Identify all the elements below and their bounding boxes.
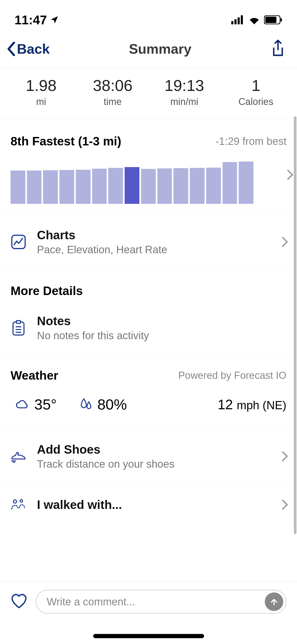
wind-speed: 12 xyxy=(218,397,233,412)
notes-title: Notes xyxy=(37,314,286,328)
more-details-title: More Details xyxy=(11,284,83,298)
back-button[interactable]: Back xyxy=(7,41,50,57)
chevron-right-icon xyxy=(283,169,293,180)
rank-bar xyxy=(76,170,91,204)
weather-wind: 12 mph (NE) xyxy=(218,397,286,412)
shoes-text: Add Shoes Track distance on your shoes xyxy=(37,442,268,470)
svg-rect-0 xyxy=(231,21,233,24)
humidity-value: 80% xyxy=(97,396,127,413)
comment-input[interactable]: Write a comment... xyxy=(36,590,286,614)
charts-text: Charts Pace, Elevation, Heart Rate xyxy=(37,228,268,256)
svg-rect-8 xyxy=(13,322,24,335)
stat-label: min/mi xyxy=(149,96,220,107)
shoe-icon xyxy=(11,448,26,464)
back-label: Back xyxy=(17,41,50,57)
svg-rect-9 xyxy=(16,320,21,323)
location-icon xyxy=(50,15,59,25)
rank-bar xyxy=(190,168,205,204)
rank-bar xyxy=(125,167,139,204)
charts-title: Charts xyxy=(37,228,268,242)
stat-value: 19:13 xyxy=(149,76,220,95)
chevron-right-icon xyxy=(277,237,288,247)
rank-bar xyxy=(11,171,25,204)
notes-icon xyxy=(11,320,26,336)
weather-header: Weather Powered by Forecast IO xyxy=(0,355,297,385)
stat-label: Calories xyxy=(220,96,292,107)
rank-bar xyxy=(59,170,74,204)
like-button[interactable] xyxy=(11,594,28,610)
weather-row: 35° 80% 12 mph (NE) xyxy=(0,385,297,429)
stat-value: 1 xyxy=(220,76,292,95)
rank-diff: -1:29 from best xyxy=(215,135,286,147)
walked-title: I walked with... xyxy=(37,498,268,512)
weather-title: Weather xyxy=(11,368,58,383)
wifi-icon xyxy=(248,15,260,24)
weather-temp: 35° xyxy=(16,396,57,413)
share-button[interactable] xyxy=(271,40,286,58)
stat-label: time xyxy=(77,96,148,107)
stat-calories: 1 Calories xyxy=(220,76,292,107)
rank-bar xyxy=(108,168,123,204)
svg-point-16 xyxy=(20,500,23,502)
rank-bars xyxy=(11,162,253,204)
cloud-icon xyxy=(16,399,29,410)
svg-point-15 xyxy=(13,500,17,503)
walked-with-row[interactable]: I walked with... xyxy=(0,484,297,531)
svg-rect-1 xyxy=(234,19,237,24)
weather-humidity: 80% xyxy=(81,396,127,413)
stat-time: 38:06 time xyxy=(77,76,148,107)
rank-bar xyxy=(206,168,221,204)
stat-label: mi xyxy=(5,96,77,107)
rank-bar xyxy=(141,169,156,204)
shoes-title: Add Shoes xyxy=(37,442,268,457)
cellular-icon xyxy=(231,15,244,24)
rank-bar xyxy=(92,169,107,204)
chevron-right-icon xyxy=(277,451,288,462)
scroll-indicator[interactable] xyxy=(294,116,296,534)
comment-placeholder: Write a comment... xyxy=(47,596,135,608)
nav-bar: Back Summary xyxy=(0,34,297,69)
stat-pace: 19:13 min/mi xyxy=(149,76,220,107)
svg-rect-5 xyxy=(265,17,276,23)
weather-powered: Powered by Forecast IO xyxy=(178,370,286,381)
chevron-right-icon xyxy=(277,499,288,510)
notes-text: Notes No notes for this activity xyxy=(37,314,286,342)
rank-header: 8th Fastest (1-3 mi) -1:29 from best xyxy=(11,134,286,148)
svg-rect-6 xyxy=(281,18,282,21)
stat-value: 38:06 xyxy=(77,76,148,95)
more-details-header: More Details xyxy=(0,269,297,301)
svg-rect-2 xyxy=(238,17,240,24)
people-icon xyxy=(11,497,26,513)
add-shoes-row[interactable]: Add Shoes Track distance on your shoes xyxy=(0,429,297,484)
wind-unit: mph (NE) xyxy=(237,399,286,412)
temp-value: 35° xyxy=(34,396,57,413)
status-bar: 11:47 xyxy=(0,0,297,34)
rank-bar xyxy=(223,162,237,204)
chevron-left-icon xyxy=(7,42,16,56)
send-button[interactable] xyxy=(265,592,283,611)
chart-icon xyxy=(11,234,26,250)
page-title: Summary xyxy=(129,41,191,57)
heart-icon xyxy=(11,594,27,609)
status-time: 11:47 xyxy=(15,13,59,27)
rank-bar xyxy=(157,168,172,204)
comment-bar: Write a comment... xyxy=(0,582,297,622)
rank-bar xyxy=(239,162,253,204)
stat-value: 1.98 xyxy=(5,76,77,95)
humidity-icon xyxy=(81,398,92,411)
notes-row[interactable]: Notes No notes for this activity xyxy=(0,301,297,355)
charts-row[interactable]: Charts Pace, Elevation, Heart Rate xyxy=(0,215,297,269)
battery-icon xyxy=(264,15,282,24)
share-icon xyxy=(271,40,285,58)
rank-title: 8th Fastest (1-3 mi) xyxy=(11,134,121,148)
notes-sub: No notes for this activity xyxy=(37,330,286,342)
home-indicator[interactable] xyxy=(93,634,204,638)
shoes-sub: Track distance on your shoes xyxy=(37,458,268,470)
stats-row: 1.98 mi 38:06 time 19:13 min/mi 1 Calori… xyxy=(0,69,297,118)
stat-distance: 1.98 mi xyxy=(5,76,77,107)
charts-sub: Pace, Elevation, Heart Rate xyxy=(37,244,268,256)
time-text: 11:47 xyxy=(15,13,47,27)
rank-bar xyxy=(43,170,58,204)
rank-bar xyxy=(173,168,188,204)
rank-section[interactable]: 8th Fastest (1-3 mi) -1:29 from best xyxy=(0,118,297,215)
